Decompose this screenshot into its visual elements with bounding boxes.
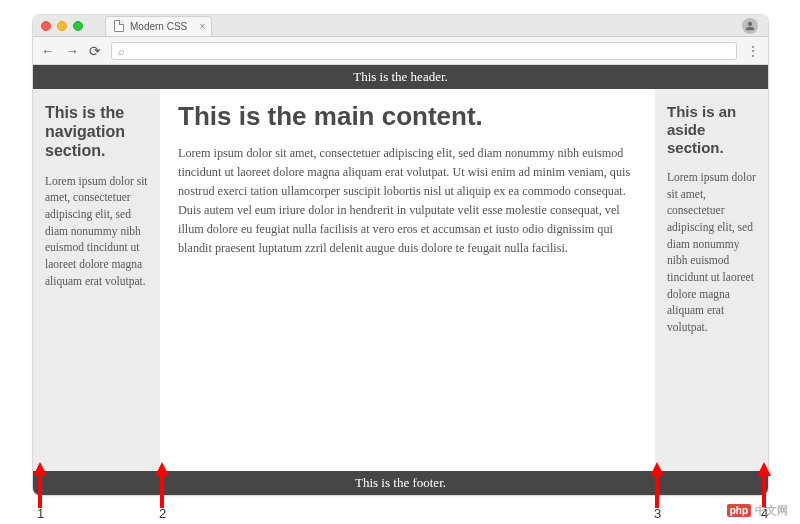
main-heading: This is the main content.: [178, 101, 637, 132]
browser-tab[interactable]: Modern CSS ×: [105, 16, 212, 36]
page-columns: This is the navigation section. Lorem ip…: [33, 89, 768, 471]
nav-heading: This is the navigation section.: [45, 103, 148, 161]
page-viewport: This is the header. This is the navigati…: [33, 65, 768, 495]
minimize-window-icon[interactable]: [57, 21, 67, 31]
annotation-arrow-1-icon: [33, 462, 47, 508]
header-text: This is the header.: [353, 69, 448, 84]
close-tab-icon[interactable]: ×: [199, 21, 205, 32]
profile-avatar-icon[interactable]: [742, 18, 758, 34]
annotation-arrow-2-icon: [155, 462, 169, 508]
annotation-label-2: 2: [159, 506, 166, 521]
svg-marker-0: [33, 462, 47, 508]
menu-button-icon[interactable]: ⋮: [747, 44, 760, 58]
traffic-lights: [41, 21, 83, 31]
page-header: This is the header.: [33, 65, 768, 89]
svg-marker-3: [757, 462, 771, 508]
nav-body: Lorem ipsum dolor sit amet, consectetuer…: [45, 173, 148, 290]
annotation-label-3: 3: [654, 506, 661, 521]
address-bar[interactable]: ⌕: [111, 42, 737, 60]
aside-section: This is an aside section. Lorem ipsum do…: [655, 89, 768, 471]
reload-button-icon[interactable]: ⟳: [89, 43, 101, 59]
watermark-logo: php 中文网: [727, 503, 788, 518]
back-button-icon[interactable]: ←: [41, 43, 55, 59]
aside-heading: This is an aside section.: [667, 103, 756, 157]
annotation-label-1: 1: [37, 506, 44, 521]
svg-marker-2: [650, 462, 664, 508]
footer-text: This is the footer.: [355, 475, 446, 490]
main-body: Lorem ipsum dolor sit amet, consectetuer…: [178, 144, 637, 257]
annotation-arrow-4-icon: [757, 462, 771, 508]
search-icon: ⌕: [118, 45, 125, 57]
browser-window: Modern CSS × ← → ⟳ ⌕ ⋮ This is the heade…: [32, 14, 769, 496]
maximize-window-icon[interactable]: [73, 21, 83, 31]
annotation-arrow-3-icon: [650, 462, 664, 508]
aside-body: Lorem ipsum dolor sit amet, consectetuer…: [667, 169, 756, 336]
svg-marker-1: [155, 462, 169, 508]
watermark-badge: php: [727, 504, 751, 517]
main-section: This is the main content. Lorem ipsum do…: [160, 89, 655, 471]
tab-title: Modern CSS: [130, 21, 187, 32]
page-favicon-icon: [114, 20, 124, 32]
window-titlebar: Modern CSS ×: [33, 15, 768, 37]
watermark-text: 中文网: [755, 503, 788, 518]
browser-toolbar: ← → ⟳ ⌕ ⋮: [33, 37, 768, 65]
forward-button-icon[interactable]: →: [65, 43, 79, 59]
close-window-icon[interactable]: [41, 21, 51, 31]
nav-section: This is the navigation section. Lorem ip…: [33, 89, 160, 471]
